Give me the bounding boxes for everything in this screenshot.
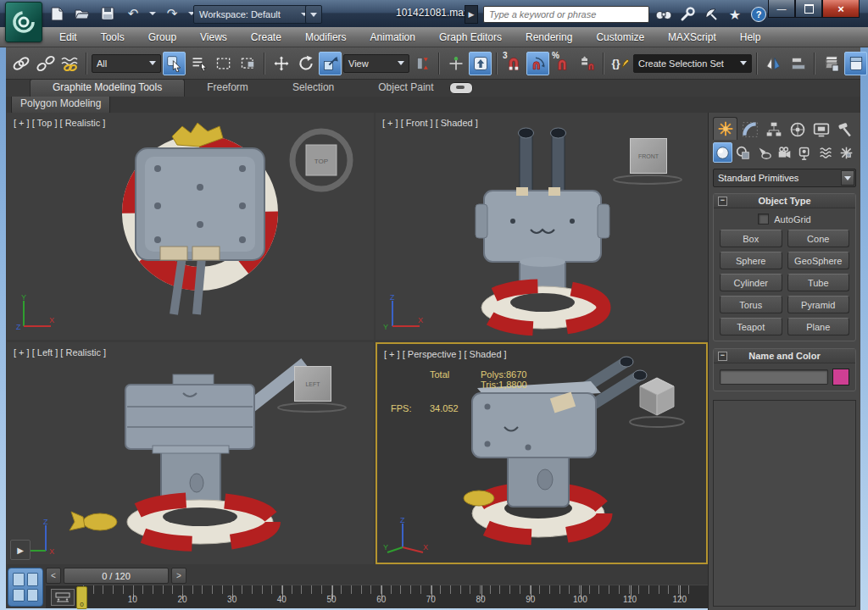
rectangular-selection-region-button[interactable] <box>212 52 235 75</box>
percent-snap-toggle-button[interactable]: % <box>551 52 574 75</box>
object-type-button[interactable]: Cone <box>787 230 850 247</box>
edit-named-selection-sets-button[interactable]: {} <box>609 52 632 75</box>
ribbon-tab[interactable]: Selection <box>270 80 356 97</box>
viewport-front[interactable]: [ + ] [ Front ] [ Shaded ] FRONT Z <box>376 113 708 340</box>
object-type-button[interactable]: GeoSphere <box>787 252 850 269</box>
viewport-front-label[interactable]: [ + ] [ Front ] [ Shaded ] <box>382 118 478 128</box>
workspace-dropdown[interactable]: Workspace: Default <box>193 5 314 24</box>
menu-item[interactable]: Edit <box>47 31 89 43</box>
select-by-name-button[interactable] <box>187 52 210 75</box>
viewport-top[interactable]: [ + ] [ Top ] [ Realistic ] TOP Y X <box>7 113 374 340</box>
unlink-selection-button[interactable] <box>34 52 57 75</box>
utilities-tab[interactable] <box>833 119 856 140</box>
dropdown-button[interactable] <box>841 170 854 186</box>
current-frame-marker[interactable]: 0 <box>76 586 87 609</box>
systems-button[interactable] <box>837 142 856 163</box>
align-button[interactable] <box>787 52 810 75</box>
object-type-button[interactable]: Cylinder <box>720 274 782 291</box>
menu-item[interactable]: Animation <box>359 31 427 43</box>
viewport-perspective[interactable]: [ + ] [ Perspective ] [ Shaded ] Total P… <box>376 342 708 564</box>
new-file-button[interactable] <box>47 4 66 23</box>
select-and-link-button[interactable] <box>9 52 32 75</box>
object-type-button[interactable]: Pyramid <box>787 296 850 313</box>
undo-button[interactable]: ↶ <box>124 4 142 23</box>
max-logo[interactable] <box>5 2 42 42</box>
object-type-button[interactable]: Box <box>720 230 782 247</box>
search-input[interactable] <box>483 6 649 23</box>
menu-item[interactable]: Customize <box>584 31 656 43</box>
search-button[interactable] <box>654 5 673 24</box>
bind-to-space-warp-button[interactable] <box>58 52 81 75</box>
hierarchy-tab[interactable] <box>762 119 785 140</box>
rotate-button[interactable] <box>294 52 317 75</box>
communication-center-button[interactable] <box>702 5 721 24</box>
mini-curve-editor-button[interactable] <box>51 589 75 606</box>
cameras-button[interactable] <box>775 142 794 163</box>
create-tab[interactable] <box>713 117 737 140</box>
motion-tab[interactable] <box>786 119 809 140</box>
space-warps-button[interactable] <box>815 142 835 163</box>
undo-flyout-caret[interactable] <box>149 12 156 15</box>
track-bar[interactable]: 102030405060708090100110120 0 <box>46 585 708 608</box>
ribbon-tab[interactable]: Object Paint <box>356 80 455 97</box>
menu-item[interactable]: Rendering <box>514 31 584 43</box>
object-type-button[interactable]: Sphere <box>720 252 782 269</box>
select-and-manipulate-button[interactable] <box>444 52 467 75</box>
display-tab[interactable] <box>810 119 832 140</box>
move-button[interactable] <box>270 52 292 75</box>
object-type-button[interactable]: Torus <box>720 296 782 313</box>
viewcube-top[interactable]: TOP <box>286 125 357 196</box>
shapes-button[interactable] <box>733 142 753 163</box>
viewport-left-label[interactable]: [ + ] [ Left ] [ Realistic ] <box>14 347 106 358</box>
viewcube-left[interactable]: LEFT <box>294 366 331 402</box>
name-and-color-rollout-header[interactable]: − Name and Color <box>714 349 855 363</box>
window-crossing-toggle-button[interactable] <box>236 52 259 75</box>
next-frame-button[interactable]: > <box>171 568 186 584</box>
previous-frame-button[interactable]: < <box>46 568 61 584</box>
viewcube-perspective[interactable] <box>626 371 687 432</box>
menu-item[interactable]: Help <box>728 31 773 43</box>
help-button[interactable]: ? <box>749 5 768 24</box>
favorites-button[interactable]: ★ <box>726 5 744 24</box>
maximize-button[interactable] <box>795 0 822 18</box>
menu-item[interactable]: Group <box>136 31 188 43</box>
object-type-button[interactable]: Plane <box>787 318 850 336</box>
ribbon-panel-tab-polygon-modeling[interactable]: Polygon Modeling <box>11 97 110 114</box>
toggle-ribbon-button[interactable] <box>844 52 867 75</box>
select-object-button[interactable] <box>163 52 186 75</box>
viewport-layout-tabbar-arrow[interactable]: ▶ <box>10 540 31 560</box>
viewport-left[interactable]: [ + ] [ Left ] [ Realistic ] LEFT Z Y <box>7 342 374 564</box>
ribbon-minimize-button[interactable] <box>449 82 473 94</box>
named-selection-set-dropdown[interactable]: Create Selection Set <box>633 54 752 73</box>
subscription-button[interactable] <box>678 5 697 24</box>
object-type-button[interactable]: Teapot <box>720 318 782 336</box>
save-button[interactable] <box>98 4 117 23</box>
scale-button[interactable] <box>319 52 342 75</box>
ribbon-tab[interactable]: Freeform <box>185 80 270 97</box>
viewcube-front[interactable]: FRONT <box>630 138 667 174</box>
menu-item[interactable]: Views <box>188 31 239 43</box>
workspace-menu-button[interactable] <box>305 5 322 24</box>
open-file-button[interactable] <box>73 4 92 23</box>
redo-button[interactable]: ↷ <box>163 4 181 23</box>
helpers-button[interactable] <box>795 142 815 163</box>
menu-item[interactable]: Create <box>239 31 293 43</box>
minimize-button[interactable]: — <box>768 0 795 18</box>
geometry-button[interactable] <box>713 142 732 163</box>
menu-item[interactable]: Tools <box>89 31 136 43</box>
primitive-category-dropdown[interactable]: Standard Primitives <box>713 169 856 187</box>
viewport-perspective-label[interactable]: [ + ] [ Perspective ] [ Shaded ] <box>384 349 507 359</box>
menu-item[interactable]: MAXScript <box>656 31 728 43</box>
autogrid-checkbox[interactable] <box>758 214 769 225</box>
ribbon-tab[interactable]: Graphite Modeling Tools <box>30 79 185 97</box>
lights-button[interactable] <box>754 142 774 163</box>
menu-item[interactable]: Modifiers <box>293 31 359 43</box>
object-type-rollout-header[interactable]: − Object Type <box>714 194 855 208</box>
angle-snap-toggle-button[interactable] <box>526 52 549 75</box>
viewport-layout-tabs-button[interactable] <box>8 568 43 607</box>
menu-item[interactable]: Graph Editors <box>427 31 514 43</box>
modify-tab[interactable] <box>738 119 761 140</box>
snaps-toggle-3d-button[interactable]: 3 <box>502 52 525 75</box>
mirror-button[interactable] <box>762 52 785 75</box>
reference-coordinate-dropdown[interactable]: View <box>343 54 409 73</box>
